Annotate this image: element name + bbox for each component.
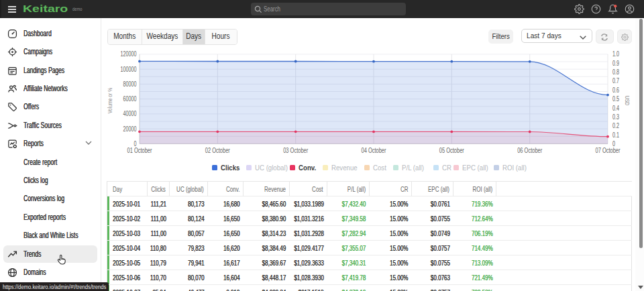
svg-text:20000: 20000 <box>123 125 136 132</box>
svg-text:03 October: 03 October <box>283 147 308 154</box>
svg-text:100000: 100000 <box>120 65 136 72</box>
svg-text:0.3: 0.3 <box>612 113 619 121</box>
svg-text:1.0: 1.0 <box>612 50 619 58</box>
svg-text:60000: 60000 <box>123 95 136 103</box>
svg-text:80000: 80000 <box>123 80 136 88</box>
svg-text:120000: 120000 <box>120 50 136 58</box>
svg-text:40000: 40000 <box>123 110 136 117</box>
svg-text:01 October: 01 October <box>127 147 152 154</box>
svg-text:04 October: 04 October <box>361 147 386 154</box>
svg-text:0.9: 0.9 <box>612 60 619 67</box>
svg-text:0.5: 0.5 <box>612 95 619 103</box>
svg-text:0.6: 0.6 <box>612 86 619 94</box>
svg-text:Volume or %: Volume or % <box>107 87 113 113</box>
svg-text:05 October: 05 October <box>439 147 464 154</box>
svg-text:0.1: 0.1 <box>612 131 619 138</box>
svg-text:0.7: 0.7 <box>612 77 619 84</box>
svg-text:0.2: 0.2 <box>612 122 619 129</box>
svg-text:07 October: 07 October <box>595 147 620 154</box>
svg-text:02 October: 02 October <box>205 147 230 154</box>
svg-text:USD: USD <box>624 96 631 105</box>
svg-text:06 October: 06 October <box>517 147 542 154</box>
svg-text:0.8: 0.8 <box>612 68 619 76</box>
svg-text:0.4: 0.4 <box>612 104 619 111</box>
